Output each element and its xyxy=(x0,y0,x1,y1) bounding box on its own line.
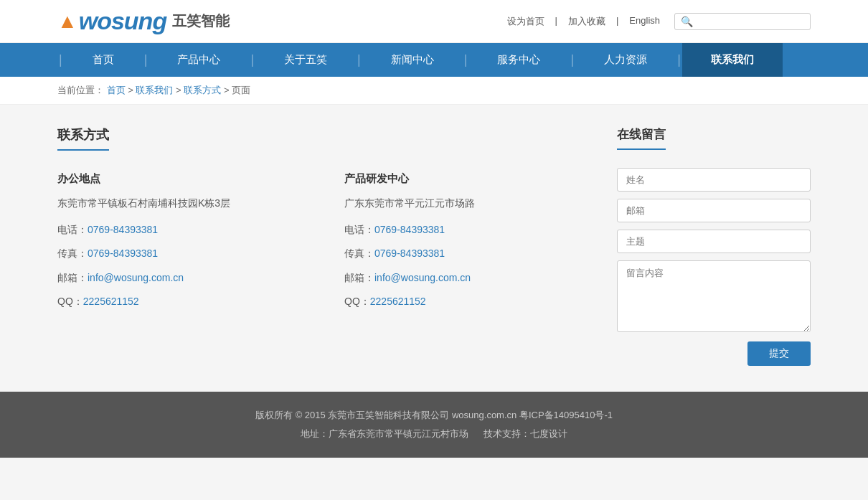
logo-text: wosung xyxy=(79,7,166,35)
submit-button[interactable]: 提交 xyxy=(747,341,811,366)
left-panel: 联系方式 办公地点 东莞市常平镇板石村南埔科技园K栋3层 电话：0769-843… xyxy=(57,126,588,370)
add-favorites-link[interactable]: 加入收藏 xyxy=(568,15,605,28)
breadcrumb-sep-2: > xyxy=(176,85,184,95)
rd-qq: 2225621152 xyxy=(370,296,426,307)
nav-sep-3: | xyxy=(356,52,362,67)
nav-item-hr[interactable]: 人力资源 xyxy=(575,43,676,77)
rd-phone-row: 电话：0769-84393381 xyxy=(344,221,588,239)
nav-sep-0: | xyxy=(57,52,64,67)
footer: 版权所有 © 2015 东莞市五笑智能科技有限公司 wosung.com.cn … xyxy=(0,392,868,458)
breadcrumb-sep-3: > xyxy=(224,85,232,95)
footer-address-support: 地址：广东省东莞市常平镇元江元村市场 技术支持：七度设计 xyxy=(14,425,854,443)
form-message-textarea[interactable] xyxy=(617,260,811,332)
form-subject-input[interactable] xyxy=(617,230,811,253)
link-separator-2: | xyxy=(616,15,618,28)
office-email-row: 邮箱：info@wosung.com.cn xyxy=(57,269,301,287)
rd-fax-row: 传真：0769-84393381 xyxy=(344,245,588,263)
nav-item-news[interactable]: 新闻中心 xyxy=(362,43,463,77)
office-qq: 2225621152 xyxy=(83,296,139,307)
breadcrumb-sep-1: > xyxy=(128,85,136,95)
footer-tech-support: 技术支持：七度设计 xyxy=(483,428,567,439)
breadcrumb-method[interactable]: 联系方式 xyxy=(184,85,221,95)
main-nav: | 首页 | 产品中心 | 关于五笑 | 新闻中心 | 服务中心 | 人力资源 … xyxy=(0,43,868,77)
rd-col: 产品研发中心 广东东莞市常平元江元市场路 电话：0769-84393381 传真… xyxy=(344,172,588,316)
contact-section-title: 联系方式 xyxy=(57,126,109,151)
office-email-label: 邮箱： xyxy=(57,272,88,283)
office-email: info@wosung.com.cn xyxy=(88,272,184,283)
rd-qq-row: QQ：2225621152 xyxy=(344,293,588,311)
office-fax-row: 传真：0769-84393381 xyxy=(57,245,301,263)
rd-title: 产品研发中心 xyxy=(344,172,588,186)
nav-item-contact[interactable]: 联系我们 xyxy=(682,43,783,77)
rd-address: 广东东莞市常平元江元市场路 xyxy=(344,194,588,212)
english-link[interactable]: English xyxy=(629,15,660,28)
footer-sep xyxy=(471,428,481,439)
breadcrumb-contact[interactable]: 联系我们 xyxy=(136,85,173,95)
logo-icon: ▲ xyxy=(57,10,77,33)
breadcrumb-home[interactable]: 首页 xyxy=(107,85,126,95)
nav-sep-1: | xyxy=(143,52,149,67)
nav-sep-6: | xyxy=(676,52,682,67)
nav-item-products[interactable]: 产品中心 xyxy=(148,43,249,77)
search-icon[interactable]: 🔍 xyxy=(681,16,693,27)
set-homepage-link[interactable]: 设为首页 xyxy=(507,15,544,28)
search-box: 🔍 xyxy=(674,13,811,30)
office-fax-label: 传真： xyxy=(57,247,88,259)
breadcrumb-label: 当前位置： xyxy=(57,85,104,95)
nav-item-home[interactable]: 首页 xyxy=(64,43,143,77)
office-phone-row: 电话：0769-84393381 xyxy=(57,221,301,239)
office-fax: 0769-84393381 xyxy=(88,247,158,259)
nav-sep-4: | xyxy=(463,52,469,67)
link-separator-1: | xyxy=(555,15,557,28)
search-input[interactable] xyxy=(697,16,804,27)
breadcrumb: 当前位置： 首页 > 联系我们 > 联系方式 > 页面 xyxy=(57,84,811,97)
form-email-input[interactable] xyxy=(617,199,811,222)
logo: ▲ wosung 五笑智能 xyxy=(57,7,230,35)
header-links: 设为首页 | 加入收藏 | English xyxy=(507,15,660,28)
rd-phone: 0769-84393381 xyxy=(374,224,445,235)
office-qq-row: QQ：2225621152 xyxy=(57,293,301,311)
nav-sep-5: | xyxy=(569,52,575,67)
footer-address: 地址：广东省东莞市常平镇元江元村市场 xyxy=(301,428,468,439)
rd-qq-label: QQ： xyxy=(344,296,370,307)
rd-phone-label: 电话： xyxy=(344,224,374,235)
office-phone: 0769-84393381 xyxy=(88,224,158,235)
office-col: 办公地点 东莞市常平镇板石村南埔科技园K栋3层 电话：0769-84393381… xyxy=(57,172,301,316)
rd-email: info@wosung.com.cn xyxy=(374,272,471,283)
rd-email-label: 邮箱： xyxy=(344,272,374,283)
nav-item-about[interactable]: 关于五笑 xyxy=(255,43,356,77)
office-address: 东莞市常平镇板石村南埔科技园K栋3层 xyxy=(57,194,301,212)
breadcrumb-page: 页面 xyxy=(232,85,250,95)
right-panel: 在线留言 提交 xyxy=(617,126,811,370)
office-phone-label: 电话： xyxy=(57,224,88,235)
logo-chinese: 五笑智能 xyxy=(172,11,230,31)
rd-email-row: 邮箱：info@wosung.com.cn xyxy=(344,269,588,287)
online-form-title: 在线留言 xyxy=(617,126,666,150)
nav-item-service[interactable]: 服务中心 xyxy=(468,43,569,77)
office-title: 办公地点 xyxy=(57,172,301,186)
rd-fax: 0769-84393381 xyxy=(374,247,445,259)
rd-fax-label: 传真： xyxy=(344,247,374,259)
nav-sep-2: | xyxy=(249,52,255,67)
office-qq-label: QQ： xyxy=(57,296,83,307)
footer-copyright: 版权所有 © 2015 东莞市五笑智能科技有限公司 wosung.com.cn … xyxy=(14,406,854,425)
form-name-input[interactable] xyxy=(617,168,811,192)
